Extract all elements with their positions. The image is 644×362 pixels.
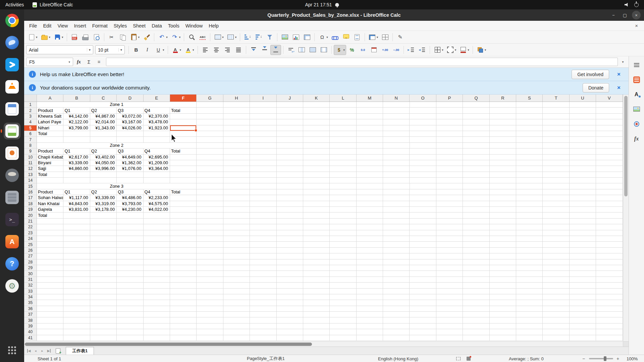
cell-S19[interactable] [516,207,543,213]
cell-E39[interactable] [144,323,170,329]
cell-H18[interactable] [223,201,250,207]
cell-M24[interactable] [357,236,383,242]
cell-K25[interactable] [303,242,330,247]
cell-H6[interactable] [223,131,250,137]
cell-V40[interactable] [596,329,623,335]
column-header-H[interactable]: H [223,95,250,102]
cell-D27[interactable] [117,253,143,259]
cell-N20[interactable] [383,213,410,218]
cell-V26[interactable] [596,248,623,253]
cell-B17[interactable]: ¥1,117.00 [63,195,90,201]
cell-N21[interactable] [383,219,410,224]
add-decimal-place-button[interactable]: +.00 [380,45,390,55]
cell-B7[interactable] [63,137,90,142]
cell-N12[interactable] [383,166,410,172]
cell-C9[interactable]: Q2 [90,148,117,154]
cell-Q14[interactable] [463,178,489,183]
cell-C7[interactable] [90,137,117,142]
cell-K11[interactable] [303,160,330,166]
cell-U22[interactable] [570,224,596,230]
cell-K15[interactable] [303,183,330,189]
cell-R24[interactable] [490,236,516,242]
zoom-out-button[interactable]: − [582,356,585,361]
cell-N7[interactable] [383,137,410,142]
cell-K13[interactable] [303,172,330,178]
cell-I17[interactable] [250,195,276,201]
cell-F4[interactable] [170,119,197,125]
cell-I41[interactable] [250,335,276,341]
delete-decimal-place-button[interactable]: −.00 [391,45,401,55]
horizontal-scrollbar[interactable] [24,341,629,347]
cell-N35[interactable] [383,300,410,306]
cell-D40[interactable] [117,329,143,335]
next-sheet-button[interactable]: ▸ [39,348,46,354]
cell-F31[interactable] [170,277,197,283]
cell-B6[interactable] [63,131,90,137]
cell-P38[interactable] [436,317,463,323]
cell-C40[interactable] [90,329,117,335]
cell-V36[interactable] [596,306,623,312]
cell-S6[interactable] [516,131,543,137]
cell-B38[interactable] [63,317,90,323]
column-header-B[interactable]: B [63,95,90,102]
cell-L34[interactable] [330,294,356,300]
cell-H22[interactable] [223,224,250,230]
row-header-30[interactable]: 30 [24,271,37,277]
cell-H40[interactable] [223,329,250,335]
cell-L23[interactable] [330,230,356,236]
cell-S4[interactable] [516,119,543,125]
cell-H20[interactable] [223,213,250,218]
cell-J35[interactable] [277,300,303,306]
cell-E31[interactable] [144,277,170,283]
freeze-rows-and-columns-button[interactable]: ▾ [367,32,380,42]
cell-G19[interactable] [197,207,223,213]
cell-M15[interactable] [357,183,383,189]
cell-V35[interactable] [596,300,623,306]
cell-U30[interactable] [570,271,596,277]
cell-A23[interactable] [37,230,63,236]
selection-statistics[interactable]: Average: ; Sum: 0 [509,356,544,361]
cell-Q30[interactable] [463,271,489,277]
cell-G33[interactable] [197,289,223,294]
row-header-3[interactable]: 3 [24,114,37,119]
cell-A36[interactable] [37,306,63,312]
cell-U3[interactable] [570,114,596,119]
row-header-21[interactable]: 21 [24,219,37,224]
cell-U37[interactable] [570,312,596,317]
cell-P1[interactable] [436,102,463,108]
cell-I40[interactable] [250,329,276,335]
cell-S15[interactable] [516,183,543,189]
cell-O19[interactable] [410,207,436,213]
cell-V41[interactable] [596,335,623,341]
cell-N36[interactable] [383,306,410,312]
cell-K14[interactable] [303,178,330,183]
cell-H17[interactable] [223,195,250,201]
cell-E40[interactable] [144,329,170,335]
row-header-34[interactable]: 34 [24,294,37,300]
row-header-33[interactable]: 33 [24,289,37,294]
cell-T14[interactable] [543,178,569,183]
sort-descending-button[interactable] [253,32,264,42]
cell-C2[interactable]: Q2 [90,108,117,113]
cell-G8[interactable] [197,143,223,148]
cell-J39[interactable] [277,323,303,329]
cell-E9[interactable]: Q4 [144,148,170,154]
sidebar-tab-properties[interactable] [631,74,642,85]
cell-H7[interactable] [223,137,250,142]
cell-P5[interactable] [436,125,463,131]
column-header-R[interactable]: R [490,95,516,102]
cell-C24[interactable] [90,236,117,242]
cell-O20[interactable] [410,213,436,218]
cell-U36[interactable] [570,306,596,312]
save-dropdown-icon[interactable]: ▾ [62,36,63,39]
row-header-32[interactable]: 32 [24,283,37,288]
cell-L26[interactable] [330,248,356,253]
cell-Q36[interactable] [463,306,489,312]
cell-S38[interactable] [516,317,543,323]
redo-dropdown-icon[interactable]: ▾ [179,36,181,39]
cell-B5[interactable]: ¥3,799.00 [63,125,90,131]
cell-M29[interactable] [357,265,383,271]
dock-item-terminal[interactable] [4,211,20,228]
cell-L35[interactable] [330,300,356,306]
sort-ascending-button[interactable] [242,32,253,42]
